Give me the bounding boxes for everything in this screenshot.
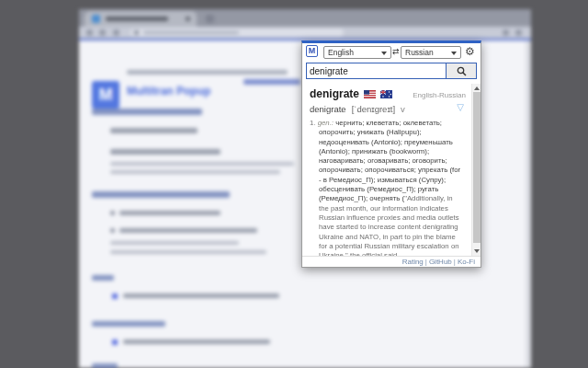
definition-number: 1. [310,119,316,127]
browser-tab[interactable] [85,11,197,27]
tab-bar [79,9,531,27]
popup-scrollbar[interactable] [471,84,481,256]
transcription: [ˈdenɪgreɪt] [352,104,395,114]
blurred-text-line [110,241,239,245]
search-button[interactable] [446,63,477,79]
rating-link[interactable]: Rating [402,258,424,266]
us-flag-icon [364,90,376,98]
blurred-text-line [110,149,220,155]
subject-label[interactable]: gen.: [318,119,334,127]
entry-word[interactable]: denigrate [310,104,346,114]
definition-block: 1. gen.: чернить; клеветать; оклеветать;… [310,119,463,256]
new-tab-button[interactable] [206,15,214,23]
blurred-section-heading [92,363,118,368]
target-language-value: Russian [405,48,434,57]
blurred-radio[interactable] [110,211,115,215]
site-info-icon [134,30,139,35]
reload-icon[interactable] [113,29,119,36]
blurred-text-line [110,162,294,166]
kofi-link[interactable]: Ko-Fi [458,258,475,266]
dictionary-results: denigrate English-Russian [302,84,481,256]
blurred-text-line [119,228,257,233]
search-input[interactable] [306,63,446,79]
page-title: Multitran Popup [127,85,210,98]
blurred-text-line [110,170,280,174]
menu-icon[interactable] [515,29,522,36]
browser-toolbar [79,27,531,39]
extensions-icon[interactable] [503,29,509,36]
popup-footer: Rating|GitHub|Ko-Fi [302,256,481,268]
tab-favicon-icon [92,15,100,23]
footer-separator: | [454,258,456,266]
address-bar[interactable] [130,29,344,37]
scrollbar-thumb[interactable] [473,92,481,243]
source-language-value: English [328,48,354,57]
multitran-logo: M [92,81,119,109]
tab-title-blurred [106,17,168,21]
scroll-up-icon[interactable] [474,86,480,90]
magnifier-icon [457,66,467,76]
back-icon[interactable] [86,29,93,36]
blurred-section-heading [92,275,114,281]
blurred-checkbox[interactable] [112,293,118,299]
blurred-section-heading [92,321,165,327]
footer-separator: | [425,258,427,266]
chevron-down-icon [451,52,457,55]
blurred-text-line [123,339,270,344]
settings-gear-icon[interactable]: ⚙ [465,45,475,58]
blurred-text-line [119,211,220,215]
translations-text[interactable]: чернить; клеветать; оклеветать; опорочит… [319,119,460,202]
blurred-link[interactable] [243,79,300,85]
target-language-select[interactable]: Russian [401,46,461,59]
expand-icon[interactable]: ▽ [457,102,464,112]
address-text-blurred [143,31,239,34]
chevron-down-icon [381,52,387,55]
blurred-subtitle-line [127,70,288,75]
blurred-section-heading [92,191,230,198]
blurred-section-heading [92,109,202,115]
blurred-text-line [110,250,266,254]
forward-icon[interactable] [99,29,106,36]
direction-label: English-Russian [413,91,466,99]
australia-flag-icon [380,90,392,98]
blurred-checkbox[interactable] [112,339,118,345]
swap-languages-icon[interactable]: ⇄ [392,47,400,56]
blurred-text-line [123,293,279,298]
page-scrollbar[interactable] [526,40,531,368]
multitran-popup: M English ⇄ Russian ⚙ denigrate [301,40,481,268]
scroll-down-icon[interactable] [474,249,480,253]
headword: denigrate [310,87,359,100]
part-of-speech[interactable]: v [401,104,405,114]
blurred-radio[interactable] [110,228,115,233]
multitran-brand-icon: M [306,45,318,57]
source-language-select[interactable]: English [323,46,391,59]
tab-close-icon[interactable] [186,17,190,21]
blurred-text-line [110,128,198,133]
usage-quote: "Additionally, in the past month, our in… [319,194,459,256]
github-link[interactable]: GitHub [429,258,452,266]
